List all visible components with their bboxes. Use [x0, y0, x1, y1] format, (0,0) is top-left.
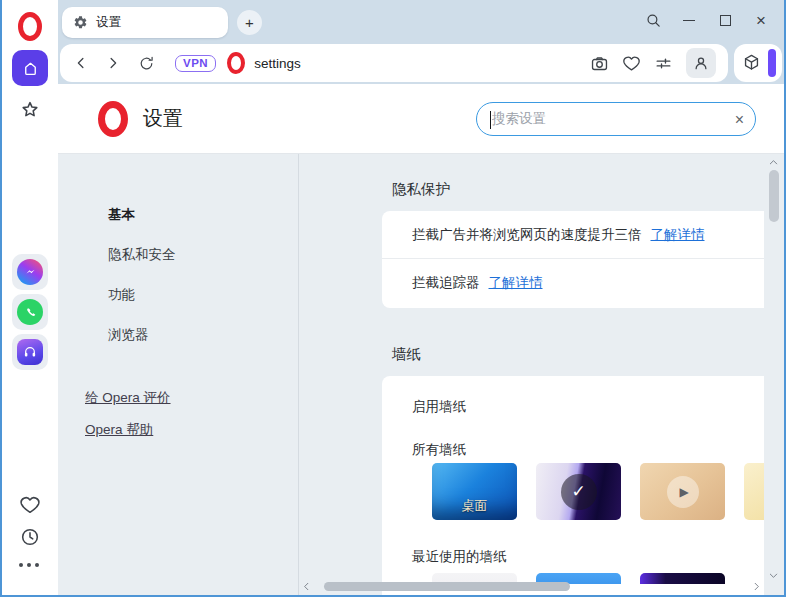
tab-settings[interactable]: 设置	[62, 7, 228, 38]
nav-item-browser[interactable]: 浏览器	[108, 326, 149, 344]
snapshot-button[interactable]	[590, 54, 609, 73]
scroll-left-icon[interactable]	[301, 581, 312, 592]
wallpaper-thumb-video[interactable]: ▶	[640, 463, 725, 520]
sidebar-rail	[2, 0, 58, 595]
browser-chrome: 设置 + × VPN s	[58, 0, 784, 84]
minimize-button[interactable]	[674, 7, 704, 33]
settings-search-input[interactable]	[477, 103, 755, 135]
back-button[interactable]	[72, 54, 90, 72]
url-text[interactable]: settings	[254, 56, 301, 71]
settings-search-box[interactable]: ×	[476, 102, 756, 136]
scroll-down-icon[interactable]	[768, 570, 779, 581]
vpn-badge[interactable]: VPN	[175, 55, 216, 72]
nav-item-basic[interactable]: 基本	[108, 206, 135, 224]
search-icon	[645, 12, 662, 29]
opera-menu-logo-icon[interactable]	[18, 12, 42, 41]
profile-button[interactable]	[686, 48, 716, 78]
settings-page: 设置 × 基本 隐私和安全 功能 浏览器 给 Opera 评价 Opera 帮助…	[58, 84, 784, 595]
wallpaper-thumb-desktop[interactable]: 桌面	[432, 463, 517, 520]
reload-button[interactable]	[138, 55, 155, 72]
tracker-learn-more-link[interactable]: 了解详情	[489, 274, 543, 292]
opera-logo-icon	[98, 101, 128, 137]
extensions-button[interactable]	[742, 53, 761, 72]
enable-wallpaper-label: 启用墙纸	[412, 398, 466, 416]
recent-wallpapers-label: 最近使用的墙纸	[412, 548, 507, 566]
close-icon: ×	[756, 12, 766, 29]
ad-block-label: 拦截广告并将浏览网页的速度提升三倍	[412, 226, 642, 244]
horizontal-scroll-thumb[interactable]	[324, 582, 570, 591]
extensions-panel	[734, 44, 782, 82]
camera-icon	[590, 54, 609, 73]
messenger-button[interactable]	[12, 254, 48, 290]
clear-search-button[interactable]: ×	[735, 110, 744, 129]
nav-item-privacy-security[interactable]: 隐私和安全	[108, 246, 176, 264]
favorites-button[interactable]	[19, 494, 41, 516]
new-tab-button[interactable]: +	[237, 10, 262, 35]
page-tools-button[interactable]	[654, 54, 673, 73]
sidebar-overflow-button[interactable]	[19, 563, 39, 567]
wallpaper-thumb-selected[interactable]: ✓	[536, 463, 621, 520]
privacy-section-heading: 隐私保护	[392, 180, 450, 199]
wallpaper-thumbnails: 桌面 ✓ ▶	[432, 463, 764, 520]
maximize-button[interactable]	[710, 7, 740, 33]
wallpaper-thumb-label: 桌面	[432, 497, 517, 515]
vertical-scroll-thumb[interactable]	[769, 170, 779, 222]
tab-title: 设置	[96, 14, 121, 31]
messenger-icon	[17, 259, 43, 285]
heart-icon	[19, 494, 41, 516]
heart-icon	[622, 54, 641, 73]
close-window-button[interactable]: ×	[746, 7, 776, 33]
sidebar-setup-pill[interactable]	[768, 49, 776, 77]
vertical-scrollbar[interactable]	[764, 154, 784, 595]
scroll-up-icon[interactable]	[768, 157, 779, 168]
whatsapp-icon	[17, 299, 43, 325]
wallpaper-section-heading: 墙纸	[392, 345, 421, 364]
ad-block-learn-more-link[interactable]: 了解详情	[651, 226, 705, 244]
player-button[interactable]	[12, 334, 48, 370]
star-icon	[19, 99, 41, 121]
bookmark-page-button[interactable]	[622, 54, 641, 73]
text-caret	[490, 111, 491, 129]
home-icon	[21, 59, 40, 78]
sliders-icon	[654, 54, 673, 73]
page-title: 设置	[143, 105, 183, 132]
whatsapp-button[interactable]	[12, 294, 48, 330]
privacy-card: 拦截广告并将浏览网页的速度提升三倍 了解详情 拦截追踪器 了解详情	[382, 211, 764, 308]
gear-icon	[73, 15, 88, 30]
settings-content: 隐私保护 拦截广告并将浏览网页的速度提升三倍 了解详情 拦截追踪器 了解详情 墙…	[299, 154, 764, 595]
address-bar[interactable]: VPN settings	[60, 44, 728, 82]
scroll-right-icon[interactable]	[751, 581, 762, 592]
ellipsis-icon	[19, 563, 39, 567]
start-page-button[interactable]	[12, 50, 48, 86]
tab-search-button[interactable]	[638, 7, 668, 33]
wallpaper-card: 启用墙纸 所有墙纸 桌面 ✓ ▶ 最近使用的墙纸	[382, 376, 764, 595]
maximize-icon	[720, 15, 731, 26]
rate-opera-link[interactable]: 给 Opera 评价	[85, 389, 171, 407]
plus-icon: +	[245, 14, 254, 31]
cube-icon	[742, 53, 761, 72]
selected-check-icon: ✓	[561, 474, 597, 510]
wallpaper-thumb-light[interactable]	[744, 463, 764, 520]
tracker-block-label: 拦截追踪器	[412, 274, 480, 292]
forward-button	[104, 54, 122, 72]
opera-favicon	[227, 52, 245, 74]
clock-icon	[19, 526, 41, 548]
person-icon	[692, 54, 710, 72]
horizontal-scrollbar[interactable]	[301, 580, 762, 593]
browser-window: 设置 + × VPN s	[0, 0, 786, 597]
play-icon: ▶	[667, 476, 699, 508]
nav-item-features[interactable]: 功能	[108, 286, 135, 304]
all-wallpapers-label: 所有墙纸	[412, 441, 466, 459]
settings-nav: 基本 隐私和安全 功能 浏览器 给 Opera 评价 Opera 帮助	[58, 154, 299, 595]
history-button[interactable]	[19, 526, 41, 548]
headphones-icon	[17, 339, 43, 365]
pinboards-button[interactable]	[19, 99, 41, 121]
horizontal-scroll-track[interactable]	[316, 580, 747, 593]
ad-block-row[interactable]: 拦截广告并将浏览网页的速度提升三倍 了解详情	[382, 211, 764, 259]
tracker-block-row[interactable]: 拦截追踪器 了解详情	[382, 259, 764, 307]
opera-help-link[interactable]: Opera 帮助	[85, 421, 153, 439]
minimize-icon	[683, 20, 695, 21]
settings-header: 设置 ×	[58, 84, 784, 154]
